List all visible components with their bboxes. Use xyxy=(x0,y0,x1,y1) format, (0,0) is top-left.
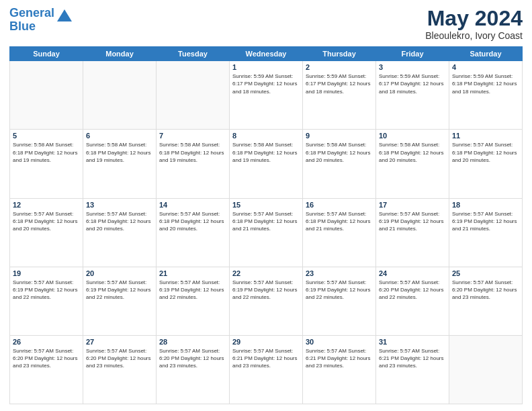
calendar-week-4: 19Sunrise: 5:57 AM Sunset: 6:19 PM Dayli… xyxy=(10,267,523,335)
day-number: 8 xyxy=(232,132,300,140)
day-info: Sunrise: 5:58 AM Sunset: 6:18 PM Dayligh… xyxy=(232,141,300,164)
day-number: 17 xyxy=(379,201,446,209)
table-row: 6Sunrise: 5:58 AM Sunset: 6:18 PM Daylig… xyxy=(83,130,157,198)
day-number: 6 xyxy=(86,132,153,140)
day-number: 4 xyxy=(452,63,519,71)
table-row: 7Sunrise: 5:58 AM Sunset: 6:18 PM Daylig… xyxy=(157,130,230,198)
day-number: 14 xyxy=(159,201,226,209)
day-number: 7 xyxy=(159,132,226,140)
day-number: 10 xyxy=(379,132,446,140)
table-row xyxy=(449,335,523,404)
day-info: Sunrise: 5:59 AM Sunset: 6:18 PM Dayligh… xyxy=(452,73,519,95)
table-row: 5Sunrise: 5:58 AM Sunset: 6:18 PM Daylig… xyxy=(10,130,83,198)
table-row: 20Sunrise: 5:57 AM Sunset: 6:19 PM Dayli… xyxy=(83,267,157,335)
day-info: Sunrise: 5:57 AM Sunset: 6:18 PM Dayligh… xyxy=(232,210,300,233)
day-info: Sunrise: 5:58 AM Sunset: 6:18 PM Dayligh… xyxy=(159,141,226,164)
header-wednesday: Wednesday xyxy=(230,47,303,61)
table-row: 28Sunrise: 5:57 AM Sunset: 6:20 PM Dayli… xyxy=(157,335,230,404)
day-info: Sunrise: 5:57 AM Sunset: 6:18 PM Dayligh… xyxy=(86,210,153,233)
table-row: 21Sunrise: 5:57 AM Sunset: 6:19 PM Dayli… xyxy=(157,267,230,335)
logo: GeneralBlue xyxy=(9,7,72,34)
table-row: 30Sunrise: 5:57 AM Sunset: 6:21 PM Dayli… xyxy=(303,335,376,404)
table-row: 12Sunrise: 5:57 AM Sunset: 6:18 PM Dayli… xyxy=(10,198,83,267)
day-number: 9 xyxy=(306,132,373,140)
day-info: Sunrise: 5:57 AM Sunset: 6:20 PM Dayligh… xyxy=(452,279,519,302)
day-info: Sunrise: 5:58 AM Sunset: 6:18 PM Dayligh… xyxy=(13,141,80,164)
table-row: 10Sunrise: 5:58 AM Sunset: 6:18 PM Dayli… xyxy=(376,130,449,198)
day-number: 24 xyxy=(379,269,446,277)
day-number: 29 xyxy=(232,338,300,346)
table-row: 26Sunrise: 5:57 AM Sunset: 6:20 PM Dayli… xyxy=(10,335,83,404)
table-row: 19Sunrise: 5:57 AM Sunset: 6:19 PM Dayli… xyxy=(10,267,83,335)
day-info: Sunrise: 5:57 AM Sunset: 6:19 PM Dayligh… xyxy=(13,279,80,302)
day-info: Sunrise: 5:57 AM Sunset: 6:19 PM Dayligh… xyxy=(159,279,226,302)
table-row: 16Sunrise: 5:57 AM Sunset: 6:18 PM Dayli… xyxy=(303,198,376,267)
day-number: 23 xyxy=(306,269,373,277)
day-number: 27 xyxy=(86,338,153,346)
day-info: Sunrise: 5:59 AM Sunset: 6:17 PM Dayligh… xyxy=(379,73,446,95)
day-number: 19 xyxy=(13,269,80,277)
main-title: May 2024 xyxy=(425,7,523,30)
day-number: 30 xyxy=(306,338,373,346)
day-info: Sunrise: 5:57 AM Sunset: 6:21 PM Dayligh… xyxy=(379,347,446,370)
day-number: 11 xyxy=(452,132,519,140)
day-info: Sunrise: 5:57 AM Sunset: 6:20 PM Dayligh… xyxy=(86,347,153,370)
calendar-week-3: 12Sunrise: 5:57 AM Sunset: 6:18 PM Dayli… xyxy=(10,198,523,267)
day-info: Sunrise: 5:57 AM Sunset: 6:19 PM Dayligh… xyxy=(452,210,519,233)
calendar-header-row: Sunday Monday Tuesday Wednesday Thursday… xyxy=(10,47,523,61)
day-number: 3 xyxy=(379,63,446,71)
day-number: 26 xyxy=(13,338,80,346)
day-number: 18 xyxy=(452,201,519,209)
table-row: 24Sunrise: 5:57 AM Sunset: 6:20 PM Dayli… xyxy=(376,267,449,335)
day-number: 20 xyxy=(86,269,153,277)
table-row: 17Sunrise: 5:57 AM Sunset: 6:19 PM Dayli… xyxy=(376,198,449,267)
day-number: 1 xyxy=(232,63,300,71)
day-info: Sunrise: 5:57 AM Sunset: 6:20 PM Dayligh… xyxy=(13,347,80,370)
table-row: 13Sunrise: 5:57 AM Sunset: 6:18 PM Dayli… xyxy=(83,198,157,267)
table-row xyxy=(10,61,83,130)
table-row: 15Sunrise: 5:57 AM Sunset: 6:18 PM Dayli… xyxy=(230,198,303,267)
logo-text: GeneralBlue xyxy=(9,7,54,34)
table-row xyxy=(83,61,157,130)
title-block: May 2024 Bleoulekro, Ivory Coast xyxy=(425,7,523,41)
table-row: 31Sunrise: 5:57 AM Sunset: 6:21 PM Dayli… xyxy=(376,335,449,404)
calendar-week-1: 1Sunrise: 5:59 AM Sunset: 6:17 PM Daylig… xyxy=(10,61,523,130)
day-number: 15 xyxy=(232,201,300,209)
day-info: Sunrise: 5:57 AM Sunset: 6:18 PM Dayligh… xyxy=(452,141,519,164)
day-number: 12 xyxy=(13,201,80,209)
table-row: 22Sunrise: 5:57 AM Sunset: 6:19 PM Dayli… xyxy=(230,267,303,335)
day-info: Sunrise: 5:57 AM Sunset: 6:19 PM Dayligh… xyxy=(379,210,446,233)
day-info: Sunrise: 5:57 AM Sunset: 6:19 PM Dayligh… xyxy=(306,279,373,302)
day-info: Sunrise: 5:57 AM Sunset: 6:20 PM Dayligh… xyxy=(159,347,226,370)
table-row: 23Sunrise: 5:57 AM Sunset: 6:19 PM Dayli… xyxy=(303,267,376,335)
day-number: 16 xyxy=(306,201,373,209)
header-thursday: Thursday xyxy=(303,47,376,61)
day-number: 28 xyxy=(159,338,226,346)
table-row: 27Sunrise: 5:57 AM Sunset: 6:20 PM Dayli… xyxy=(83,335,157,404)
table-row: 25Sunrise: 5:57 AM Sunset: 6:20 PM Dayli… xyxy=(449,267,523,335)
day-info: Sunrise: 5:57 AM Sunset: 6:19 PM Dayligh… xyxy=(86,279,153,302)
day-info: Sunrise: 5:59 AM Sunset: 6:17 PM Dayligh… xyxy=(232,73,300,95)
table-row: 8Sunrise: 5:58 AM Sunset: 6:18 PM Daylig… xyxy=(230,130,303,198)
page: GeneralBlue May 2024 Bleoulekro, Ivory C… xyxy=(0,0,532,411)
header-friday: Friday xyxy=(376,47,449,61)
day-info: Sunrise: 5:58 AM Sunset: 6:18 PM Dayligh… xyxy=(86,141,153,164)
table-row: 14Sunrise: 5:57 AM Sunset: 6:18 PM Dayli… xyxy=(157,198,230,267)
table-row: 2Sunrise: 5:59 AM Sunset: 6:17 PM Daylig… xyxy=(303,61,376,130)
header-monday: Monday xyxy=(83,47,157,61)
calendar-table: Sunday Monday Tuesday Wednesday Thursday… xyxy=(9,46,523,404)
svg-marker-0 xyxy=(57,9,72,21)
day-info: Sunrise: 5:57 AM Sunset: 6:18 PM Dayligh… xyxy=(306,210,373,233)
day-info: Sunrise: 5:58 AM Sunset: 6:18 PM Dayligh… xyxy=(379,141,446,164)
day-info: Sunrise: 5:57 AM Sunset: 6:20 PM Dayligh… xyxy=(379,279,446,302)
day-number: 25 xyxy=(452,269,519,277)
header-sunday: Sunday xyxy=(10,47,83,61)
day-info: Sunrise: 5:59 AM Sunset: 6:17 PM Dayligh… xyxy=(306,73,373,95)
table-row: 4Sunrise: 5:59 AM Sunset: 6:18 PM Daylig… xyxy=(449,61,523,130)
table-row: 3Sunrise: 5:59 AM Sunset: 6:17 PM Daylig… xyxy=(376,61,449,130)
table-row: 11Sunrise: 5:57 AM Sunset: 6:18 PM Dayli… xyxy=(449,130,523,198)
day-info: Sunrise: 5:57 AM Sunset: 6:18 PM Dayligh… xyxy=(13,210,80,233)
logo-icon xyxy=(57,8,72,23)
table-row: 18Sunrise: 5:57 AM Sunset: 6:19 PM Dayli… xyxy=(449,198,523,267)
header-tuesday: Tuesday xyxy=(157,47,230,61)
